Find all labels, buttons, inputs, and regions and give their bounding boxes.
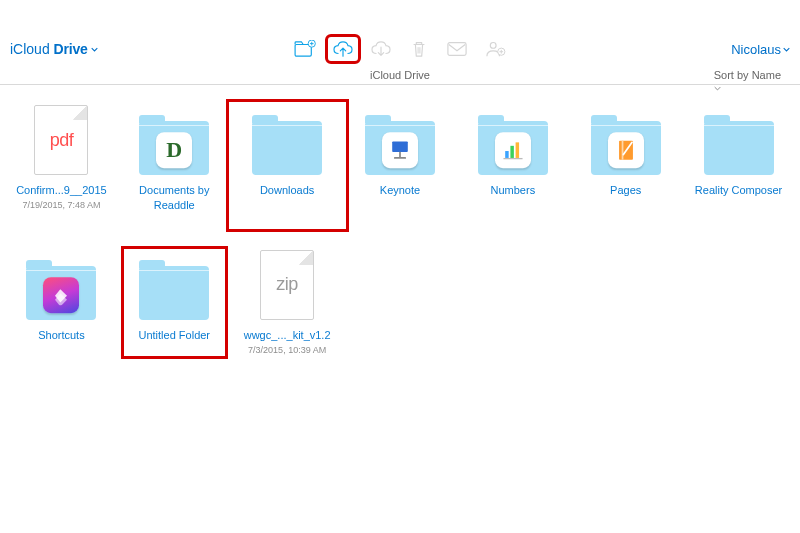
- keynote-app-icon: [382, 132, 418, 168]
- item-sublabel: 7/19/2015, 7:48 AM: [22, 200, 100, 211]
- toolbar: [289, 36, 511, 62]
- subheader-bar: iCloud Drive Sort by Name: [0, 65, 800, 85]
- folder-thumbnail: D: [139, 105, 209, 175]
- items-grid: pdf Confirm...9__2015 7/19/2015, 7:48 AM…: [0, 85, 800, 356]
- folder-downloads[interactable]: Downloads: [234, 105, 341, 226]
- pages-app-icon: [608, 132, 644, 168]
- folder-icon: [704, 121, 774, 175]
- item-label: Downloads: [260, 183, 314, 198]
- file-thumbnail: pdf: [26, 105, 96, 175]
- svg-rect-11: [503, 158, 522, 159]
- chevron-down-icon: [714, 85, 784, 92]
- header-bar: iCloud Drive: [0, 33, 800, 65]
- chevron-down-icon: [91, 46, 98, 53]
- folder-documents-by-readdle[interactable]: D Documents by Readdle: [121, 105, 228, 226]
- folder-reality-composer[interactable]: Reality Composer: [685, 105, 792, 226]
- item-label: Untitled Folder: [139, 328, 211, 343]
- shortcuts-app-icon: [43, 277, 79, 313]
- brand-dropdown[interactable]: iCloud Drive: [10, 41, 98, 57]
- folder-thumbnail: [478, 105, 548, 175]
- mail-button[interactable]: [441, 36, 473, 62]
- folder-icon: [139, 266, 209, 320]
- svg-rect-2: [448, 43, 466, 56]
- file-pdf[interactable]: pdf Confirm...9__2015 7/19/2015, 7:48 AM: [8, 105, 115, 226]
- svg-rect-13: [621, 141, 623, 160]
- item-label: Reality Composer: [695, 183, 782, 198]
- account-dropdown[interactable]: Nicolaus: [731, 42, 790, 57]
- svg-rect-6: [399, 152, 401, 157]
- folder-thumbnail: [26, 250, 96, 320]
- readdle-app-icon: D: [156, 132, 192, 168]
- item-label: Shortcuts: [38, 328, 84, 343]
- numbers-app-icon: [495, 132, 531, 168]
- svg-point-3: [490, 43, 496, 49]
- folder-thumbnail: [252, 105, 322, 175]
- new-folder-button[interactable]: [289, 36, 321, 62]
- download-button[interactable]: [365, 36, 397, 62]
- item-label: Numbers: [491, 183, 536, 198]
- svg-rect-10: [515, 142, 518, 158]
- folder-icon: [252, 121, 322, 175]
- folder-keynote[interactable]: Keynote: [347, 105, 454, 226]
- folder-thumbnail: [704, 105, 774, 175]
- mail-icon: [447, 41, 467, 57]
- folder-pages[interactable]: Pages: [572, 105, 679, 226]
- svg-rect-7: [394, 157, 406, 159]
- folder-thumbnail: [365, 105, 435, 175]
- cloud-upload-icon: [332, 40, 354, 58]
- item-label: wwgc_..._kit_v1.2: [244, 328, 331, 343]
- folder-thumbnail: [139, 250, 209, 320]
- pdf-icon: pdf: [34, 105, 88, 175]
- item-label: Documents by Readdle: [124, 183, 224, 213]
- item-label: Confirm...9__2015: [16, 183, 107, 198]
- sort-label: Sort by Name: [714, 69, 781, 81]
- new-folder-icon: [294, 40, 316, 58]
- trash-icon: [410, 40, 428, 58]
- svg-rect-5: [392, 141, 408, 151]
- cloud-upload-button[interactable]: [327, 36, 359, 62]
- folder-untitled[interactable]: Untitled Folder: [121, 250, 228, 356]
- share-button[interactable]: [479, 36, 511, 62]
- svg-rect-9: [510, 146, 513, 158]
- folder-shortcuts[interactable]: Shortcuts: [8, 250, 115, 356]
- brand-prefix: iCloud: [10, 41, 50, 57]
- zip-icon: zip: [260, 250, 314, 320]
- folder-numbers[interactable]: Numbers: [459, 105, 566, 226]
- item-label: Pages: [610, 183, 641, 198]
- share-person-icon: [484, 40, 506, 58]
- brand-strong: Drive: [54, 41, 88, 57]
- chevron-down-icon: [783, 46, 790, 53]
- delete-button[interactable]: [403, 36, 435, 62]
- download-icon: [370, 40, 392, 58]
- svg-rect-8: [505, 151, 508, 158]
- file-zip[interactable]: zip wwgc_..._kit_v1.2 7/3/2015, 10:39 AM: [234, 250, 341, 356]
- location-label: iCloud Drive: [370, 65, 430, 85]
- item-sublabel: 7/3/2015, 10:39 AM: [248, 345, 326, 356]
- file-thumbnail: zip: [252, 250, 322, 320]
- folder-thumbnail: [591, 105, 661, 175]
- sort-dropdown[interactable]: Sort by Name: [714, 65, 784, 92]
- account-name: Nicolaus: [731, 42, 781, 57]
- item-label: Keynote: [380, 183, 420, 198]
